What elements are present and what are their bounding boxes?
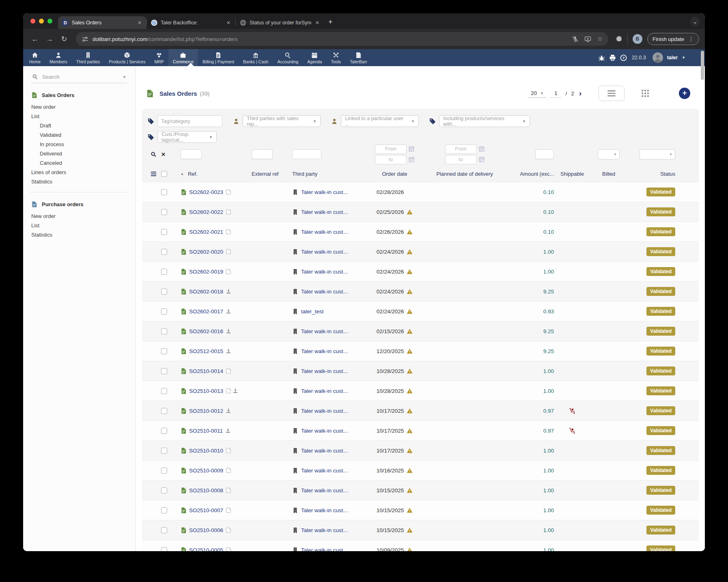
order-ref-link[interactable]: SO2510-0006 [189,527,223,533]
row-checkbox[interactable] [161,547,167,552]
select-all-checkbox[interactable] [161,171,167,177]
menu-item-members[interactable]: Members [45,49,72,66]
order-ref-link[interactable]: SO2510-0012 [189,408,223,414]
browser-tab[interactable]: Status of your order forSync✕ [236,16,324,29]
row-checkbox[interactable] [161,249,167,255]
third-party-link[interactable]: Taler walk-in cust… [301,209,349,215]
third-party-link[interactable]: Taler walk-in cust… [301,289,349,295]
amount-search-input[interactable] [535,149,554,159]
extensions-icon[interactable] [616,36,622,43]
third-party-link[interactable]: Taler walk-in cust… [301,527,349,533]
third-party-link[interactable]: Taler walk-in cust… [301,249,349,255]
sidebar-item-list[interactable]: List [31,112,127,121]
calendar-icon[interactable] [409,157,414,162]
order-ref-link[interactable]: SO2510-0009 [189,468,223,474]
header-shippable[interactable]: Shippable [554,171,590,177]
menu-item-products-services[interactable]: Products | Services [104,49,150,66]
profile-avatar[interactable]: B [633,34,642,44]
menu-item-talerbarr[interactable]: TalerBarr [345,49,372,66]
order-ref-link[interactable]: SO2510-0005 [189,547,223,552]
row-checkbox[interactable] [161,388,167,394]
download-icon[interactable] [226,308,231,314]
sidebar-item-canceled[interactable]: Canceled [31,158,127,168]
row-checkbox[interactable] [161,368,167,374]
row-checkbox[interactable] [161,428,167,434]
next-page-button[interactable]: › [579,89,582,98]
row-checkbox[interactable] [161,209,167,215]
sidebar-section-sales-orders[interactable]: Sales Orders [31,92,127,98]
tag-category-input[interactable] [157,115,222,127]
order-ref-link[interactable]: SO2510-0008 [189,487,223,494]
download-icon[interactable] [226,289,231,294]
order-ref-link[interactable]: SO2602-0019 [189,269,223,275]
third-party-link[interactable]: Taler walk-in cust… [301,428,349,434]
external-ref-search-input[interactable] [252,149,273,159]
browser-tab[interactable]: DSales Orders✕ [58,16,146,29]
products-filter-select[interactable]: Including products/services with...▼ [439,115,530,127]
install-icon[interactable] [584,36,591,43]
third-party-link[interactable]: Taler walk-in cust… [301,388,349,394]
order-ref-link[interactable]: SO2512-0015 [189,348,223,354]
linked-user-select[interactable]: Linked to a particular user ...▼ [341,115,419,127]
order-ref-link[interactable]: SO2510-0014 [189,368,223,374]
planned-date-to-input[interactable] [445,155,477,164]
menu-item-home[interactable]: Home [25,49,45,66]
order-ref-link[interactable]: SO2602-0017 [189,308,223,315]
menu-item-banks-cash[interactable]: Banks | Cash [239,49,273,66]
back-button[interactable]: ← [29,33,41,45]
third-party-search-input[interactable] [292,149,321,159]
sidebar-item-lines-of-orders[interactable]: Lines of orders [31,168,127,177]
note-icon[interactable] [226,547,231,551]
third-party-link[interactable]: Taler walk-in cust… [301,328,349,334]
browser-menu-icon[interactable]: ⋮ [688,36,694,42]
menu-item-mrp[interactable]: MRP [150,49,168,66]
maximize-window-button[interactable] [47,19,52,24]
tab-close-icon[interactable]: ✕ [314,20,320,26]
download-icon[interactable] [226,328,231,334]
row-checkbox[interactable] [161,269,167,275]
grid-view-button[interactable] [641,89,650,98]
order-ref-link[interactable]: SO2510-0011 [189,428,223,434]
browser-tab[interactable]: Taler Backoffice:✕ [147,16,235,29]
header-external-ref[interactable]: External ref [252,171,292,177]
third-party-link[interactable]: Taler walk-in cust… [301,507,349,513]
third-party-link[interactable]: Taler walk-in cust… [301,408,349,414]
menu-item-tools[interactable]: Tools [327,49,346,66]
bookmark-star-icon[interactable]: ☆ [597,35,602,43]
download-icon[interactable] [226,348,231,354]
order-ref-link[interactable]: SO2510-0010 [189,448,223,454]
note-icon[interactable] [226,249,231,254]
printer-icon[interactable] [609,54,616,61]
sidebar-item-in-process[interactable]: In process [31,140,127,149]
row-checkbox[interactable] [161,308,167,315]
new-tab-button[interactable]: + [324,18,337,29]
minimize-window-button[interactable] [39,19,44,24]
third-party-link[interactable]: Taler walk-in cust… [301,448,349,454]
tab-close-icon[interactable]: ✕ [137,20,142,26]
tab-search-button[interactable]: ⌄ [690,17,700,26]
third-party-link[interactable]: Taler walk-in cust [301,547,343,552]
sales-rep-select[interactable]: Third parties with sales rep...▼ [243,115,321,127]
clear-search-icon[interactable]: ✕ [161,151,166,157]
row-checkbox[interactable] [161,408,167,414]
column-selector-icon[interactable] [151,171,157,177]
note-icon[interactable] [226,468,231,473]
sidebar-item-new-order[interactable]: New order [31,211,127,221]
address-bar[interactable]: dolibarr.potuzhnyi.com/commande/list.php… [76,32,608,46]
third-party-link[interactable]: Taler walk-in cust… [301,468,349,474]
order-ref-link[interactable]: SO2510-0013 [189,388,223,394]
note-icon[interactable] [226,368,231,374]
row-checkbox[interactable] [161,348,167,354]
mic-off-icon[interactable] [572,36,579,43]
row-checkbox[interactable] [161,229,167,235]
page-number-input[interactable]: 1 [550,89,562,98]
order-ref-link[interactable]: SO2602-0016 [189,328,223,334]
header-order-date[interactable]: Order date [363,171,426,177]
note-icon[interactable] [226,388,231,394]
download-icon[interactable] [225,428,231,433]
order-ref-link[interactable]: SO2602-0020 [189,249,223,255]
order-date-to-input[interactable] [375,155,407,164]
note-icon[interactable] [226,269,231,274]
note-icon[interactable] [226,209,231,215]
sidebar-item-statistics[interactable]: Statistics [31,230,127,239]
